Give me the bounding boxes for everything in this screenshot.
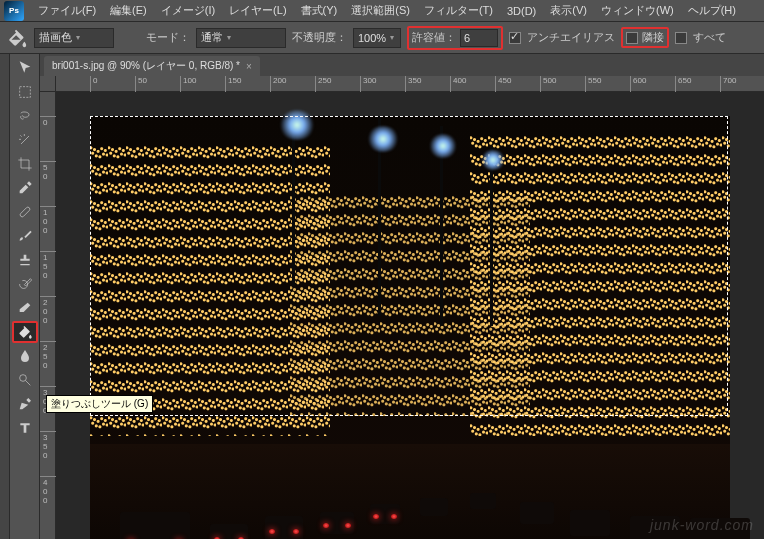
ruler-h-tick: 200 <box>270 76 286 92</box>
bucket-tool[interactable] <box>12 321 38 343</box>
ruler-origin[interactable] <box>40 76 56 92</box>
mode-dropdown[interactable]: 通常▾ <box>196 28 286 48</box>
ruler-h-tick: 600 <box>630 76 646 92</box>
active-tool-icon <box>6 27 28 49</box>
chevron-down-icon: ▾ <box>227 33 231 42</box>
document-tab[interactable]: bri001-s.jpg @ 90% (レイヤー 0, RGB/8) * × <box>44 56 260 76</box>
selection-marquee <box>90 116 728 416</box>
svg-point-2 <box>19 375 26 382</box>
ruler-v-tick: 350 <box>40 431 56 460</box>
app-logo: Ps <box>4 1 24 21</box>
menu-3d[interactable]: 3D(D) <box>501 3 542 19</box>
ruler-h-tick: 0 <box>90 76 97 92</box>
marquee-icon <box>17 84 33 100</box>
toolbox <box>10 54 40 539</box>
ruler-h-tick: 450 <box>495 76 511 92</box>
document-image <box>90 116 730 539</box>
magic-wand-tool[interactable] <box>12 129 38 151</box>
menu-layer[interactable]: レイヤー(L) <box>223 1 292 20</box>
ruler-h-tick: 100 <box>180 76 196 92</box>
all-layers-label: すべて <box>693 30 726 45</box>
opacity-value: 100% <box>358 32 386 44</box>
menu-image[interactable]: イメージ(I) <box>155 1 221 20</box>
ruler-v-tick: 50 <box>40 161 56 181</box>
menu-type[interactable]: 書式(Y) <box>295 1 344 20</box>
ruler-h-tick: 300 <box>360 76 376 92</box>
move-icon <box>17 60 33 76</box>
ruler-h-tick: 50 <box>135 76 147 92</box>
tolerance-highlight: 許容値： <box>407 26 503 50</box>
ruler-horizontal[interactable]: 0501001502002503003504004505005506006507… <box>56 76 764 92</box>
eraser-icon <box>17 300 33 316</box>
brush-icon <box>17 228 33 244</box>
svg-rect-1 <box>19 206 30 217</box>
healing-brush-tool[interactable] <box>12 201 38 223</box>
menu-view[interactable]: 表示(V) <box>544 1 593 20</box>
eyedropper-tool[interactable] <box>12 177 38 199</box>
contiguous-label: 隣接 <box>642 30 664 45</box>
document-tab-bar: bri001-s.jpg @ 90% (レイヤー 0, RGB/8) * × <box>40 54 764 76</box>
type-tool[interactable] <box>12 417 38 439</box>
document-area: bri001-s.jpg @ 90% (レイヤー 0, RGB/8) * × 0… <box>40 54 764 539</box>
contiguous-highlight: 隣接 <box>621 27 669 48</box>
document-tab-title: bri001-s.jpg @ 90% (レイヤー 0, RGB/8) * <box>52 59 240 73</box>
bucket-icon <box>6 27 28 49</box>
all-layers-checkbox[interactable] <box>675 32 687 44</box>
marquee-tool[interactable] <box>12 81 38 103</box>
toolbox-grip[interactable] <box>0 54 10 539</box>
ruler-h-tick: 500 <box>540 76 556 92</box>
ruler-v-tick: 100 <box>40 206 56 235</box>
menu-bar: Ps ファイル(F) 編集(E) イメージ(I) レイヤー(L) 書式(Y) 選… <box>0 0 764 22</box>
type-icon <box>17 420 33 436</box>
eyedropper-icon <box>17 180 33 196</box>
eraser-tool[interactable] <box>12 297 38 319</box>
tolerance-input[interactable] <box>460 29 498 47</box>
ruler-vertical[interactable]: 050100150200250300350400 <box>40 92 56 539</box>
menu-file[interactable]: ファイル(F) <box>32 1 102 20</box>
bucket-tooltip: 塗りつぶしツール (G) <box>46 395 153 413</box>
mode-label: モード： <box>146 30 190 45</box>
opacity-field[interactable]: 100%▾ <box>353 28 401 48</box>
menu-filter[interactable]: フィルター(T) <box>418 1 499 20</box>
ruler-h-tick: 350 <box>405 76 421 92</box>
pen-icon <box>17 396 33 412</box>
clone-stamp-tool[interactable] <box>12 249 38 271</box>
lasso-icon <box>17 108 33 124</box>
move-tool[interactable] <box>12 57 38 79</box>
stamp-icon <box>17 252 33 268</box>
mode-value: 通常 <box>201 30 223 45</box>
crop-icon <box>17 156 33 172</box>
ruler-v-tick: 400 <box>40 476 56 505</box>
history-brush-tool[interactable] <box>12 273 38 295</box>
opacity-label: 不透明度： <box>292 30 347 45</box>
lasso-tool[interactable] <box>12 105 38 127</box>
menu-edit[interactable]: 編集(E) <box>104 1 153 20</box>
ruler-h-tick: 550 <box>585 76 601 92</box>
close-icon[interactable]: × <box>246 61 252 72</box>
fill-source-value: 描画色 <box>39 30 72 45</box>
options-bar: 描画色▾ モード： 通常▾ 不透明度： 100%▾ 許容値： アンチエイリアス … <box>0 22 764 54</box>
watermark: junk-word.com <box>650 517 754 533</box>
ruler-v-tick: 0 <box>40 116 56 127</box>
ruler-v-tick: 250 <box>40 341 56 370</box>
ruler-h-tick: 700 <box>720 76 736 92</box>
antialias-checkbox[interactable] <box>509 32 521 44</box>
fill-source-dropdown[interactable]: 描画色▾ <box>34 28 114 48</box>
ruler-h-tick: 250 <box>315 76 331 92</box>
menu-select[interactable]: 選択範囲(S) <box>345 1 416 20</box>
blur-tool[interactable] <box>12 345 38 367</box>
droplet-icon <box>17 348 33 364</box>
menu-help[interactable]: ヘルプ(H) <box>682 1 742 20</box>
brush-tool[interactable] <box>12 225 38 247</box>
pen-tool[interactable] <box>12 393 38 415</box>
menu-window[interactable]: ウィンドウ(W) <box>595 1 680 20</box>
bucket-icon <box>17 324 33 340</box>
dodge-tool[interactable] <box>12 369 38 391</box>
chevron-down-icon: ▾ <box>390 33 394 42</box>
ruler-v-tick: 150 <box>40 251 56 280</box>
crop-tool[interactable] <box>12 153 38 175</box>
ruler-h-tick: 400 <box>450 76 466 92</box>
canvas[interactable]: junk-word.com <box>56 92 764 539</box>
antialias-label: アンチエイリアス <box>527 30 615 45</box>
contiguous-checkbox[interactable] <box>626 32 638 44</box>
